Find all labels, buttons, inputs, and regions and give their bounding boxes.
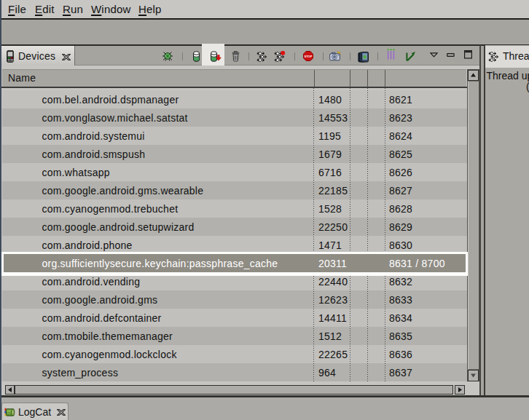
svg-text:STOP: STOP (305, 55, 313, 58)
